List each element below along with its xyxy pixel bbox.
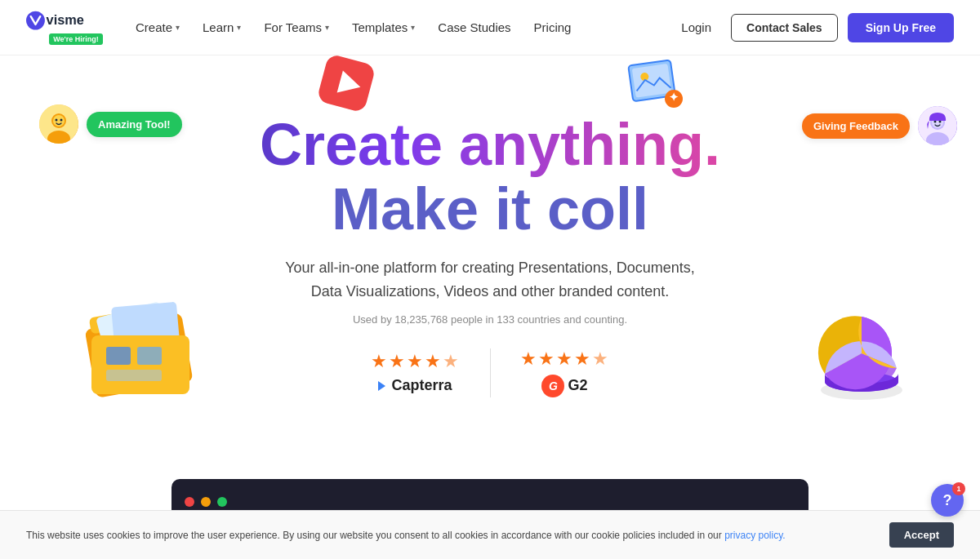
pie-chart-illustration	[808, 313, 915, 406]
capterra-label: Capterra	[391, 377, 452, 394]
window-dot-red	[185, 497, 194, 507]
help-badge: 1	[952, 482, 965, 495]
capterra-arrow-icon	[378, 381, 385, 391]
hero-section: Amazing Tool! ✦ Create anything. Make it…	[0, 55, 980, 414]
nav-learn[interactable]: Learn ▾	[193, 16, 251, 39]
svg-rect-11	[632, 64, 672, 98]
login-button[interactable]: Login	[671, 16, 721, 39]
cookie-banner: This website uses cookies to improve the…	[0, 510, 980, 559]
signup-button[interactable]: Sign Up Free	[848, 13, 954, 42]
logo[interactable]: visme	[26, 10, 100, 31]
hero-stat: Used by 18,235,768 people in 133 countri…	[16, 313, 964, 326]
nav-for-teams[interactable]: For Teams ▾	[254, 16, 339, 39]
g2-rating: ★★★★★ G G2	[490, 348, 639, 397]
hero-title-line1: Create anything.	[16, 113, 964, 177]
cookie-text: This website uses cookies to improve the…	[26, 530, 876, 541]
help-button[interactable]: ? 1	[931, 484, 964, 517]
arrow-shape	[318, 55, 374, 114]
nav-actions: Login Contact Sales Sign Up Free	[671, 13, 954, 42]
svg-point-0	[26, 11, 45, 30]
window-dot-green	[217, 497, 227, 507]
chevron-down-icon: ▾	[176, 23, 180, 32]
nav-templates[interactable]: Templates ▾	[342, 16, 425, 39]
nav-case-studies[interactable]: Case Studies	[428, 16, 520, 39]
window-dot-yellow	[201, 497, 211, 507]
contact-sales-button[interactable]: Contact Sales	[731, 14, 838, 42]
svg-rect-24	[106, 370, 162, 381]
g2-logo-circle: G	[541, 375, 564, 397]
svg-text:visme: visme	[47, 12, 84, 27]
svg-text:✦: ✦	[669, 91, 679, 104]
nav-create[interactable]: Create ▾	[126, 16, 189, 39]
g2-stars: ★★★★★	[520, 348, 610, 370]
chevron-down-icon: ▾	[411, 23, 415, 32]
chevron-down-icon: ▾	[325, 23, 329, 32]
hero-subtitle: Your all-in-one platform for creating Pr…	[16, 256, 964, 304]
svg-rect-23	[137, 347, 162, 365]
capterra-logo: Capterra	[378, 377, 452, 394]
navbar: visme We're Hiring! Create ▾ Learn ▾ For…	[0, 0, 980, 55]
g2-logo: G G2	[541, 375, 587, 397]
svg-rect-22	[106, 347, 131, 365]
image-frame-shape: ✦	[627, 55, 686, 118]
capterra-stars: ★★★★★	[371, 351, 461, 372]
privacy-policy-link[interactable]: privacy policy.	[724, 530, 785, 541]
chevron-down-icon: ▾	[237, 23, 241, 32]
nav-links: Create ▾ Learn ▾ For Teams ▾ Templates ▾…	[126, 16, 671, 39]
hero-title-line2: Make it coll	[16, 177, 964, 242]
hiring-badge: We're Hiring!	[49, 33, 102, 45]
capterra-rating: ★★★★★ Capterra	[341, 351, 490, 394]
logo-container: visme We're Hiring!	[26, 10, 126, 44]
g2-label: G2	[568, 377, 587, 394]
nav-pricing[interactable]: Pricing	[524, 16, 581, 39]
cookie-accept-button[interactable]: Accept	[889, 522, 954, 548]
